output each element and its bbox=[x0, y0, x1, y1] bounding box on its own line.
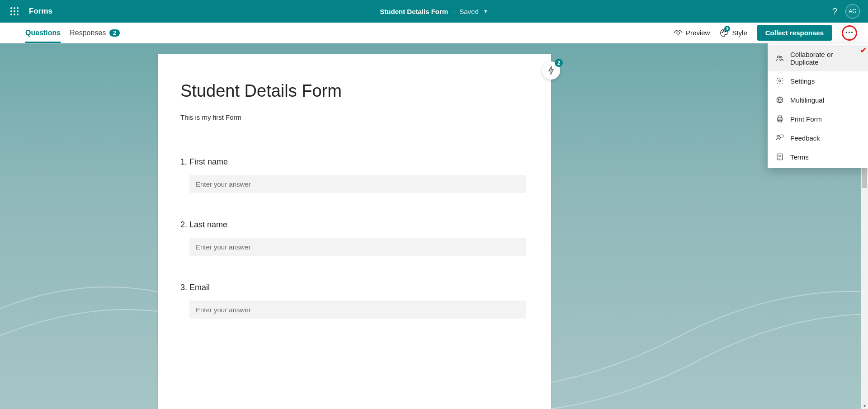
tab-responses[interactable]: Responses 2 bbox=[70, 23, 120, 43]
responses-count-badge: 2 bbox=[109, 29, 120, 37]
menu-item-label: Settings bbox=[790, 77, 815, 85]
app-header: Forms Student Details Form - Saved ▼ ? A… bbox=[0, 0, 868, 23]
question-block[interactable]: 3. Email bbox=[180, 283, 528, 319]
svg-point-4 bbox=[14, 10, 15, 12]
gear-icon bbox=[776, 77, 784, 85]
waffle-icon bbox=[10, 7, 19, 15]
menu-feedback[interactable]: Feedback bbox=[768, 128, 868, 147]
email-input[interactable] bbox=[189, 301, 526, 319]
svg-point-15 bbox=[779, 80, 781, 82]
question-label: 1. First name bbox=[180, 157, 528, 167]
svg-rect-19 bbox=[778, 120, 782, 122]
svg-point-2 bbox=[17, 7, 19, 9]
svg-point-5 bbox=[17, 10, 19, 12]
lightning-icon bbox=[547, 66, 555, 75]
canvas-area: 2 Student Details Form This is my first … bbox=[0, 43, 868, 409]
form-title[interactable]: Student Details Form bbox=[180, 81, 528, 101]
form-description[interactable]: This is my first Form bbox=[180, 113, 528, 121]
form-card: 2 Student Details Form This is my first … bbox=[158, 54, 551, 409]
scroll-down-arrow-icon[interactable]: ▾ bbox=[861, 402, 868, 409]
svg-point-8 bbox=[17, 14, 19, 15]
svg-point-3 bbox=[10, 10, 12, 12]
tab-questions[interactable]: Questions bbox=[25, 23, 61, 43]
sub-header: Questions Responses 2 Preview 9 Style Co… bbox=[0, 23, 868, 43]
people-icon bbox=[776, 54, 784, 62]
question-label: 3. Email bbox=[180, 283, 528, 292]
help-button[interactable]: ? bbox=[832, 6, 837, 17]
user-avatar[interactable]: AG bbox=[845, 4, 860, 19]
printer-icon bbox=[776, 115, 784, 123]
menu-settings[interactable]: Settings bbox=[768, 71, 868, 90]
question-block[interactable]: 1. First name bbox=[180, 157, 528, 193]
menu-item-label: Print Form bbox=[790, 115, 822, 123]
preview-button[interactable]: Preview bbox=[674, 29, 710, 37]
style-badge: 9 bbox=[724, 26, 730, 32]
suggestions-fab[interactable]: 2 bbox=[542, 61, 560, 80]
svg-point-14 bbox=[780, 56, 782, 58]
question-label: 2. Last name bbox=[180, 220, 528, 230]
menu-terms[interactable]: Terms bbox=[768, 147, 868, 166]
preview-label: Preview bbox=[686, 29, 710, 37]
svg-point-7 bbox=[14, 14, 15, 15]
globe-icon bbox=[776, 96, 784, 104]
svg-point-6 bbox=[10, 14, 12, 15]
app-name[interactable]: Forms bbox=[29, 7, 52, 16]
suggestions-count-badge: 2 bbox=[555, 59, 563, 67]
svg-point-9 bbox=[677, 32, 679, 34]
menu-item-label: Feedback bbox=[790, 134, 820, 142]
tab-questions-label: Questions bbox=[25, 29, 61, 37]
style-label: Style bbox=[732, 29, 747, 37]
menu-print-form[interactable]: Print Form bbox=[768, 109, 868, 128]
header-form-title: Student Details Form bbox=[380, 8, 448, 15]
svg-point-13 bbox=[778, 56, 780, 58]
chevron-down-icon[interactable]: ▼ bbox=[483, 9, 488, 14]
header-saved-label: Saved bbox=[459, 8, 479, 15]
feedback-icon bbox=[776, 134, 784, 142]
menu-item-label: Collaborate or Duplicate bbox=[790, 51, 860, 66]
app-launcher-button[interactable] bbox=[4, 0, 25, 22]
svg-rect-21 bbox=[780, 135, 783, 137]
svg-point-20 bbox=[777, 135, 779, 137]
tab-responses-label: Responses bbox=[70, 29, 106, 37]
first-name-input[interactable] bbox=[189, 175, 526, 193]
more-options-dropdown: Collaborate or Duplicate ✔ Settings Mult… bbox=[768, 43, 868, 168]
header-dash: - bbox=[453, 8, 455, 15]
question-block[interactable]: 2. Last name bbox=[180, 220, 528, 256]
svg-point-0 bbox=[10, 7, 12, 9]
svg-rect-18 bbox=[778, 116, 782, 118]
menu-multilingual[interactable]: Multilingual bbox=[768, 90, 868, 109]
svg-point-1 bbox=[14, 7, 15, 9]
eye-icon bbox=[674, 30, 683, 36]
menu-collaborate-or-duplicate[interactable]: Collaborate or Duplicate ✔ bbox=[768, 45, 868, 71]
collect-responses-button[interactable]: Collect responses bbox=[757, 25, 832, 41]
svg-point-10 bbox=[722, 32, 723, 33]
last-name-input[interactable] bbox=[189, 238, 526, 256]
menu-item-label: Multilingual bbox=[790, 96, 824, 104]
header-title-group: Student Details Form - Saved ▼ bbox=[380, 8, 488, 15]
menu-item-label: Terms bbox=[790, 153, 809, 161]
style-button[interactable]: 9 Style bbox=[720, 28, 747, 38]
more-options-button[interactable]: ··· bbox=[842, 25, 857, 41]
terms-icon bbox=[776, 153, 784, 161]
ellipsis-icon: ··· bbox=[845, 28, 854, 38]
check-icon: ✔ bbox=[860, 46, 866, 55]
